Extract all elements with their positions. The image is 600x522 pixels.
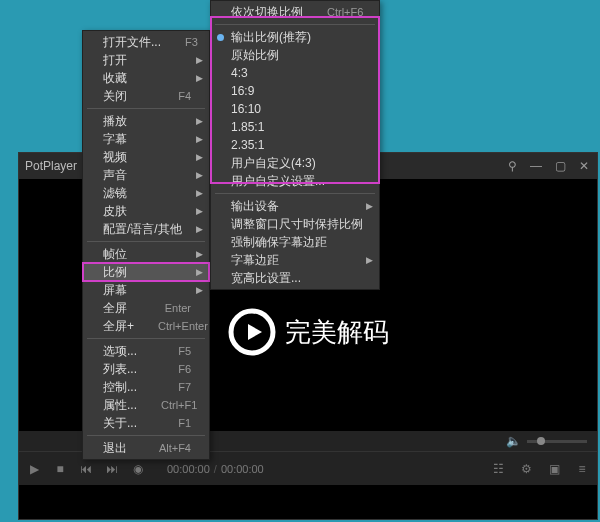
menu-item[interactable]: 关闭F4 bbox=[83, 87, 209, 105]
chevron-right-icon: ▶ bbox=[196, 249, 203, 259]
menu-item[interactable]: 屏幕▶ bbox=[83, 281, 209, 299]
menu-item-label: 声音 bbox=[103, 167, 191, 184]
radio-dot-icon bbox=[217, 34, 224, 41]
menu-item[interactable]: 原始比例 bbox=[211, 46, 379, 64]
menu-item[interactable]: 调整窗口尺寸时保持比例 bbox=[211, 215, 379, 233]
menu-item-accel: F1 bbox=[178, 417, 191, 429]
chevron-right-icon: ▶ bbox=[366, 255, 373, 265]
menu-item-label: 收藏 bbox=[103, 70, 191, 87]
menu-item-label: 选项... bbox=[103, 343, 154, 360]
menu-item[interactable]: 全屏Enter bbox=[83, 299, 209, 317]
menu-item-label: 屏幕 bbox=[103, 282, 191, 299]
menu-item-accel: Ctrl+Enter bbox=[158, 320, 208, 332]
menu-item[interactable]: 全屏+Ctrl+Enter bbox=[83, 317, 209, 335]
chevron-right-icon: ▶ bbox=[196, 152, 203, 162]
menu-item[interactable]: 关于...F1 bbox=[83, 414, 209, 432]
play-button[interactable]: ▶ bbox=[27, 462, 41, 476]
menu-item[interactable]: 配置/语言/其他▶ bbox=[83, 220, 209, 238]
volume-icon[interactable]: 🔈 bbox=[506, 434, 521, 448]
menu-item-label: 打开 bbox=[103, 52, 191, 69]
menu-item[interactable]: 宽高比设置... bbox=[211, 269, 379, 287]
menu-item-label: 强制确保字幕边距 bbox=[231, 234, 361, 251]
menu-item[interactable]: 收藏▶ bbox=[83, 69, 209, 87]
menu-separator bbox=[87, 338, 205, 339]
chevron-right-icon: ▶ bbox=[196, 224, 203, 234]
chevron-right-icon: ▶ bbox=[366, 201, 373, 211]
menu-item-label: 退出 bbox=[103, 440, 135, 457]
minimize-icon[interactable]: — bbox=[529, 159, 543, 173]
settings-icon[interactable]: ⚙ bbox=[519, 462, 533, 476]
menu-item[interactable]: 视频▶ bbox=[83, 148, 209, 166]
chevron-right-icon: ▶ bbox=[196, 188, 203, 198]
menu-item-label: 打开文件... bbox=[103, 34, 161, 51]
menu-separator bbox=[215, 24, 375, 25]
menu-item-label: 播放 bbox=[103, 113, 191, 130]
menu-item[interactable]: 帧位▶ bbox=[83, 245, 209, 263]
menu-item[interactable]: 输出设备▶ bbox=[211, 197, 379, 215]
pin-icon[interactable]: ⚲ bbox=[505, 159, 519, 173]
menu-item[interactable]: 强制确保字幕边距 bbox=[211, 233, 379, 251]
window-buttons: ⚲ — ▢ ✕ bbox=[505, 159, 591, 173]
menu-item[interactable]: 皮肤▶ bbox=[83, 202, 209, 220]
stop-button[interactable]: ■ bbox=[53, 462, 67, 476]
menu-item-label: 用户自定义设置... bbox=[231, 173, 361, 190]
menu-item-accel: Alt+F4 bbox=[159, 442, 191, 454]
menu-item-label: 16:10 bbox=[231, 102, 361, 116]
menu-item-label: 属性... bbox=[103, 397, 137, 414]
menu-item-accel: F4 bbox=[178, 90, 191, 102]
maximize-icon[interactable]: ▢ bbox=[553, 159, 567, 173]
menu-item-accel: F7 bbox=[178, 381, 191, 393]
menu-item[interactable]: 用户自定义设置... bbox=[211, 172, 379, 190]
window-title: PotPlayer bbox=[25, 159, 77, 173]
chevron-right-icon: ▶ bbox=[196, 73, 203, 83]
open-file-icon[interactable]: ▣ bbox=[547, 462, 561, 476]
chevron-right-icon: ▶ bbox=[196, 116, 203, 126]
menu-item-label: 全屏+ bbox=[103, 318, 134, 335]
total-time: 00:00:00 bbox=[221, 463, 264, 475]
menu-item[interactable]: 字幕▶ bbox=[83, 130, 209, 148]
chevron-right-icon: ▶ bbox=[196, 285, 203, 295]
menu-item[interactable]: 属性...Ctrl+F1 bbox=[83, 396, 209, 414]
menu-item[interactable]: 滤镜▶ bbox=[83, 184, 209, 202]
menu-item-label: 输出比例(推荐) bbox=[231, 29, 361, 46]
menu-item[interactable]: 控制...F7 bbox=[83, 378, 209, 396]
menu-item-accel: F3 bbox=[185, 36, 198, 48]
menu-separator bbox=[87, 108, 205, 109]
menu-item[interactable]: 字幕边距▶ bbox=[211, 251, 379, 269]
menu-item[interactable]: 16:10 bbox=[211, 100, 379, 118]
chevron-right-icon: ▶ bbox=[196, 134, 203, 144]
volume-slider[interactable] bbox=[527, 440, 587, 443]
chevron-right-icon: ▶ bbox=[196, 170, 203, 180]
menu-item-label: 字幕边距 bbox=[231, 252, 361, 269]
webcam-icon[interactable]: ◉ bbox=[131, 462, 145, 476]
menu-item[interactable]: 选项...F5 bbox=[83, 342, 209, 360]
close-icon[interactable]: ✕ bbox=[577, 159, 591, 173]
menu-item-label: 调整窗口尺寸时保持比例 bbox=[231, 216, 363, 233]
list-icon[interactable]: ≡ bbox=[575, 462, 589, 476]
menu-item[interactable]: 依次切换比例Ctrl+F6 bbox=[211, 3, 379, 21]
menu-item[interactable]: 播放▶ bbox=[83, 112, 209, 130]
player-logo-icon bbox=[227, 307, 277, 357]
menu-item-label: 比例 bbox=[103, 264, 191, 281]
menu-item-label: 依次切换比例 bbox=[231, 4, 303, 21]
menu-item[interactable]: 退出Alt+F4 bbox=[83, 439, 209, 457]
menu-item[interactable]: 16:9 bbox=[211, 82, 379, 100]
menu-item[interactable]: 比例▶ bbox=[83, 263, 209, 281]
menu-item-label: 16:9 bbox=[231, 84, 361, 98]
menu-item-label: 4:3 bbox=[231, 66, 361, 80]
playlist-icon[interactable]: ☷ bbox=[491, 462, 505, 476]
menu-item[interactable]: 1.85:1 bbox=[211, 118, 379, 136]
menu-item[interactable]: 打开▶ bbox=[83, 51, 209, 69]
menu-item[interactable]: 用户自定义(4:3) bbox=[211, 154, 379, 172]
menu-item[interactable]: 4:3 bbox=[211, 64, 379, 82]
menu-item[interactable]: 打开文件...F3 bbox=[83, 33, 209, 51]
menu-separator bbox=[215, 193, 375, 194]
aspect-ratio-submenu: 依次切换比例Ctrl+F6输出比例(推荐)原始比例4:316:916:101.8… bbox=[210, 0, 380, 290]
menu-item[interactable]: 声音▶ bbox=[83, 166, 209, 184]
menu-item[interactable]: 输出比例(推荐) bbox=[211, 28, 379, 46]
menu-item-accel: Ctrl+F1 bbox=[161, 399, 197, 411]
next-button[interactable]: ⏭ bbox=[105, 462, 119, 476]
menu-item[interactable]: 列表...F6 bbox=[83, 360, 209, 378]
menu-item[interactable]: 2.35:1 bbox=[211, 136, 379, 154]
prev-button[interactable]: ⏮ bbox=[79, 462, 93, 476]
